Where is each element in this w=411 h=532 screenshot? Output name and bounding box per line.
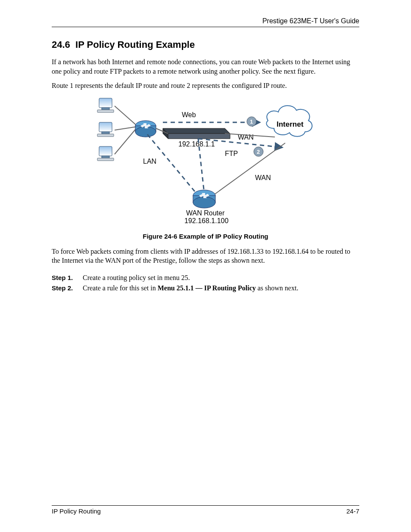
svg-rect-7: [102, 156, 109, 158]
svg-marker-15: [163, 128, 230, 134]
svg-line-11: [115, 128, 137, 154]
steps-list: Step 1. Create a routing policy set in m…: [52, 271, 359, 295]
router-icon: [135, 121, 156, 137]
lan-label: LAN: [143, 158, 156, 165]
pc-icon: [97, 122, 114, 137]
step-label: Step 2.: [52, 284, 83, 292]
prestige-device-icon: [163, 128, 230, 139]
svg-rect-3: [99, 122, 112, 132]
wan-router-icon: [193, 190, 215, 208]
svg-line-24: [213, 143, 285, 196]
section-paragraph-2: Route 1 represents the default IP route …: [52, 81, 359, 90]
network-diagram: Web Internet 1 WAN 192.168.1.1 FTP 2: [96, 96, 315, 225]
footer-right: 24-7: [346, 507, 359, 515]
step-row: Step 1. Create a routing policy set in m…: [52, 274, 359, 282]
section-paragraph-1: If a network has both Internet and remot…: [52, 57, 359, 76]
svg-rect-1: [102, 108, 109, 110]
route-badge-1: 1: [247, 117, 256, 126]
svg-line-10: [115, 127, 137, 130]
svg-rect-5: [97, 134, 114, 137]
figure: Web Internet 1 WAN 192.168.1.1 FTP 2: [52, 96, 359, 227]
svg-rect-4: [102, 132, 109, 134]
step-label: Step 1.: [52, 274, 83, 282]
internet-label: Internet: [277, 120, 304, 128]
page: Prestige 623ME-T User's Guide 24.6 IP Po…: [0, 0, 411, 532]
internet-cloud-icon: Internet: [266, 106, 312, 137]
pc-icon: [97, 146, 114, 161]
ip-label-1: 192.168.1.1: [178, 140, 215, 148]
ftp-label: FTP: [225, 150, 238, 157]
svg-rect-6: [99, 146, 112, 156]
svg-rect-2: [97, 110, 114, 112]
wan-router-label: WAN Router: [186, 209, 225, 217]
wan-label-2: WAN: [255, 174, 271, 181]
svg-text:2: 2: [257, 149, 260, 155]
figure-caption: Figure 24-6 Example of IP Policy Routing: [52, 233, 359, 240]
step-row: Step 2. Create a rule for this set in Me…: [52, 284, 359, 292]
footer: IP Policy Routing 24-7: [52, 505, 359, 515]
svg-point-27: [193, 197, 215, 208]
footer-left: IP Policy Routing: [52, 507, 101, 515]
svg-text:1: 1: [250, 118, 253, 125]
step-body: Create a rule for this set in Menu 25.1.…: [83, 284, 298, 292]
svg-line-9: [115, 106, 137, 126]
post-figure-paragraph: To force Web packets coming from clients…: [52, 247, 359, 265]
section-title: 24.6 IP Policy Routing Example: [52, 39, 359, 50]
svg-rect-8: [97, 158, 114, 161]
ip-label-2: 192.168.1.100: [184, 217, 228, 224]
route-badge-2: 2: [254, 147, 263, 156]
svg-marker-16: [168, 134, 230, 139]
section-number: 24.6: [52, 39, 70, 50]
step-body: Create a routing policy set in menu 25.: [83, 274, 190, 282]
svg-rect-0: [99, 98, 112, 108]
header-guide-title: Prestige 623ME-T User's Guide: [52, 17, 359, 27]
web-label: Web: [182, 111, 196, 118]
section-heading: IP Policy Routing Example: [75, 39, 195, 50]
pc-icon: [97, 98, 114, 112]
